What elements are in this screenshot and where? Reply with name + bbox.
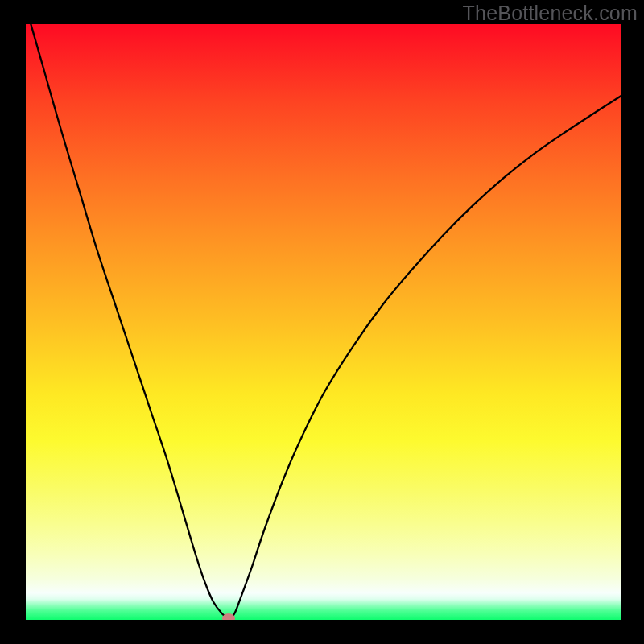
plot-area	[26, 24, 621, 620]
optimum-marker-icon	[222, 613, 235, 620]
chart-frame: TheBottleneck.com	[0, 0, 644, 644]
watermark-text: TheBottleneck.com	[463, 2, 638, 25]
bottleneck-curve	[26, 24, 621, 620]
